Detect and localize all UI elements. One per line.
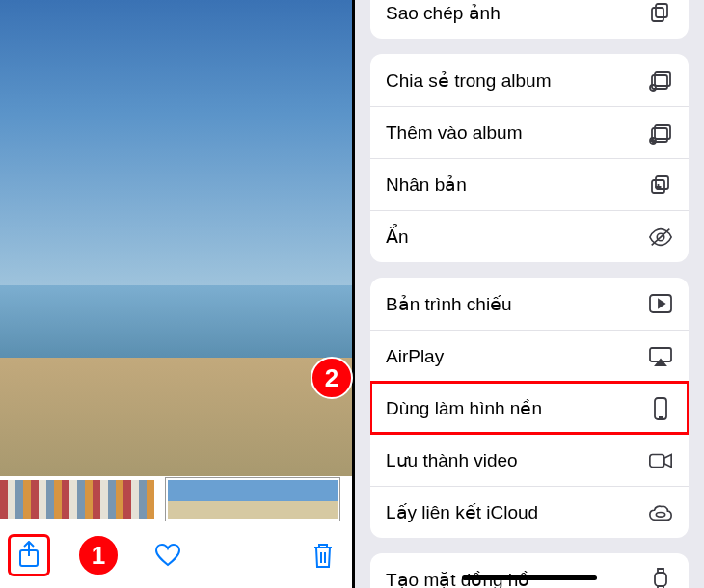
duplicate-icon: [648, 173, 673, 198]
svg-rect-2: [652, 8, 663, 21]
home-indicator: [462, 575, 597, 580]
shared-album-icon: [648, 67, 673, 93]
svg-rect-14: [655, 398, 666, 419]
action-label: Nhân bản: [386, 174, 467, 196]
action-hide[interactable]: Ẩn: [370, 210, 689, 262]
action-create-watch-face[interactable]: Tạo mặt đồng hồ: [370, 553, 689, 588]
svg-point-16: [656, 512, 664, 517]
action-label: Thêm vào album: [386, 122, 523, 144]
action-save-as-video[interactable]: Lưu thành video: [370, 434, 689, 486]
action-label: Lấy liên kết iCloud: [386, 501, 538, 523]
watch-icon: [648, 567, 673, 588]
action-label: AirPlay: [386, 346, 444, 367]
action-duplicate[interactable]: Nhân bản: [370, 158, 689, 210]
share-button[interactable]: [8, 534, 50, 576]
photo-viewer: 1: [0, 0, 352, 588]
add-album-icon: [648, 120, 673, 146]
video-icon: [648, 448, 673, 473]
trash-icon: [311, 542, 335, 569]
share-sheet-actions: Sao chép ảnh Chia sẻ trong album Thêm và…: [352, 0, 704, 588]
share-icon: [16, 541, 41, 570]
svg-rect-15: [650, 454, 664, 467]
delete-button[interactable]: [302, 534, 344, 576]
thumbnail-strip[interactable]: [0, 476, 352, 522]
action-copy-photo[interactable]: Sao chép ảnh: [370, 0, 689, 39]
action-label: Dùng làm hình nền: [386, 397, 542, 419]
action-label: Lưu thành video: [386, 449, 518, 471]
annotation-badge-2: 2: [311, 357, 353, 399]
action-use-as-wallpaper[interactable]: Dùng làm hình nền: [370, 382, 689, 434]
action-label: Bản trình chiếu: [386, 293, 512, 315]
action-icloud-link[interactable]: Lấy liên kết iCloud: [370, 486, 689, 538]
thumbnail-group[interactable]: [0, 480, 154, 519]
action-airplay[interactable]: AirPlay: [370, 330, 689, 382]
action-add-to-album[interactable]: Thêm vào album: [370, 106, 689, 158]
photo-preview: [0, 0, 352, 476]
svg-rect-1: [656, 4, 667, 17]
heart-icon: [154, 543, 181, 568]
play-rect-icon: [648, 291, 673, 316]
action-label: Ẩn: [386, 226, 409, 248]
favorite-button[interactable]: [147, 534, 189, 576]
action-label: Chia sẻ trong album: [386, 69, 551, 92]
annotation-badge-1: 1: [77, 534, 120, 576]
thumbnail-selected[interactable]: [166, 478, 339, 521]
iphone-icon: [648, 396, 673, 421]
copy-icon: [648, 0, 673, 25]
action-label: Sao chép ảnh: [386, 2, 501, 24]
photo-toolbar: 1: [0, 522, 352, 588]
svg-rect-17: [655, 573, 666, 586]
airplay-icon: [648, 344, 673, 369]
eye-slash-icon: [648, 225, 673, 250]
action-slideshow[interactable]: Bản trình chiếu: [370, 278, 689, 330]
action-share-in-album[interactable]: Chia sẻ trong album: [370, 54, 689, 106]
icloud-link-icon: [648, 500, 673, 525]
